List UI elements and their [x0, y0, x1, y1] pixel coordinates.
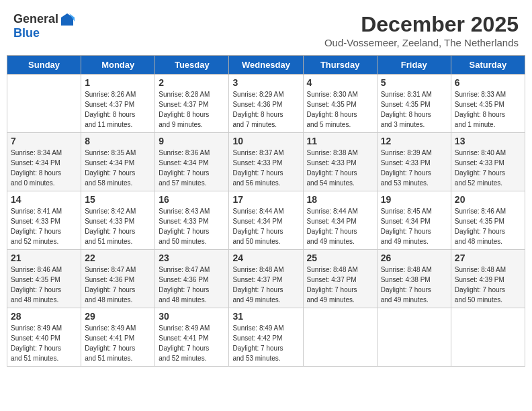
calendar-weekday-thursday: Thursday [303, 56, 377, 75]
page-header: General Blue December 2025 Oud-Vossemeer… [7, 7, 525, 51]
calendar-cell: 29Sunrise: 8:49 AMSunset: 4:41 PMDayligh… [81, 308, 155, 367]
calendar-cell: 2Sunrise: 8:28 AMSunset: 4:37 PMDaylight… [155, 75, 229, 133]
day-info: Sunrise: 8:47 AMSunset: 4:36 PMDaylight:… [85, 265, 151, 305]
day-number: 2 [159, 77, 225, 88]
day-number: 12 [381, 136, 447, 146]
day-number: 31 [232, 311, 299, 322]
calendar-week-row: 7Sunrise: 8:34 AMSunset: 4:34 PMDaylight… [7, 133, 525, 191]
day-info: Sunrise: 8:49 AMSunset: 4:42 PMDaylight:… [232, 323, 299, 363]
calendar-weekday-sunday: Sunday [7, 56, 81, 75]
day-number: 21 [11, 253, 77, 263]
day-info: Sunrise: 8:33 AMSunset: 4:35 PMDaylight:… [455, 89, 521, 130]
calendar-cell: 28Sunrise: 8:49 AMSunset: 4:40 PMDayligh… [7, 308, 81, 367]
calendar-weekday-tuesday: Tuesday [155, 56, 229, 75]
day-number: 14 [11, 194, 77, 205]
calendar-header-row: SundayMondayTuesdayWednesdayThursdayFrid… [7, 56, 525, 75]
title-block: December 2025 Oud-Vossemeer, Zeeland, Th… [324, 12, 519, 48]
day-number: 7 [11, 136, 77, 146]
day-number: 15 [85, 194, 151, 205]
day-info: Sunrise: 8:37 AMSunset: 4:33 PMDaylight:… [232, 148, 299, 188]
day-info: Sunrise: 8:49 AMSunset: 4:40 PMDaylight:… [11, 323, 77, 363]
day-number: 30 [159, 311, 225, 322]
calendar-week-row: 21Sunrise: 8:46 AMSunset: 4:35 PMDayligh… [7, 250, 525, 308]
calendar-cell: 7Sunrise: 8:34 AMSunset: 4:34 PMDaylight… [7, 133, 81, 191]
day-number: 24 [232, 253, 299, 263]
day-info: Sunrise: 8:43 AMSunset: 4:33 PMDaylight:… [159, 206, 225, 246]
logo-blue: Blue [13, 26, 40, 40]
calendar-cell: 25Sunrise: 8:48 AMSunset: 4:37 PMDayligh… [303, 250, 377, 308]
day-info: Sunrise: 8:44 AMSunset: 4:34 PMDaylight:… [232, 206, 299, 246]
day-number: 1 [85, 77, 151, 88]
day-number: 5 [381, 77, 447, 88]
calendar-cell: 6Sunrise: 8:33 AMSunset: 4:35 PMDaylight… [451, 75, 525, 133]
day-info: Sunrise: 8:47 AMSunset: 4:36 PMDaylight:… [159, 265, 225, 305]
day-number: 22 [85, 253, 151, 263]
day-number: 17 [232, 194, 299, 205]
calendar-weekday-wednesday: Wednesday [229, 56, 303, 75]
calendar-cell: 20Sunrise: 8:46 AMSunset: 4:35 PMDayligh… [451, 191, 525, 250]
day-info: Sunrise: 8:35 AMSunset: 4:34 PMDaylight:… [85, 148, 151, 188]
day-info: Sunrise: 8:34 AMSunset: 4:34 PMDaylight:… [11, 148, 77, 188]
day-info: Sunrise: 8:49 AMSunset: 4:41 PMDaylight:… [159, 323, 225, 363]
day-info: Sunrise: 8:48 AMSunset: 4:37 PMDaylight:… [232, 265, 299, 305]
day-number: 23 [159, 253, 225, 263]
day-number: 16 [159, 194, 225, 205]
day-number: 28 [11, 311, 77, 322]
calendar-cell: 13Sunrise: 8:40 AMSunset: 4:33 PMDayligh… [451, 133, 525, 191]
calendar-cell [451, 308, 525, 367]
calendar-week-row: 14Sunrise: 8:41 AMSunset: 4:33 PMDayligh… [7, 191, 525, 250]
calendar-cell [7, 75, 81, 133]
day-info: Sunrise: 8:36 AMSunset: 4:34 PMDaylight:… [159, 148, 225, 188]
day-info: Sunrise: 8:39 AMSunset: 4:33 PMDaylight:… [381, 148, 447, 188]
calendar-cell: 26Sunrise: 8:48 AMSunset: 4:38 PMDayligh… [377, 250, 451, 308]
calendar-cell: 11Sunrise: 8:38 AMSunset: 4:33 PMDayligh… [303, 133, 377, 191]
calendar-cell: 10Sunrise: 8:37 AMSunset: 4:33 PMDayligh… [229, 133, 303, 191]
calendar-table: SundayMondayTuesdayWednesdayThursdayFrid… [7, 55, 525, 367]
day-number: 4 [307, 77, 373, 88]
calendar-cell: 3Sunrise: 8:29 AMSunset: 4:36 PMDaylight… [229, 75, 303, 133]
calendar-cell: 18Sunrise: 8:44 AMSunset: 4:34 PMDayligh… [303, 191, 377, 250]
calendar-week-row: 28Sunrise: 8:49 AMSunset: 4:40 PMDayligh… [7, 308, 525, 367]
day-number: 25 [307, 253, 373, 263]
calendar-cell: 1Sunrise: 8:26 AMSunset: 4:37 PMDaylight… [81, 75, 155, 133]
day-info: Sunrise: 8:48 AMSunset: 4:37 PMDaylight:… [307, 265, 373, 305]
page-title: December 2025 [324, 12, 519, 37]
day-info: Sunrise: 8:46 AMSunset: 4:35 PMDaylight:… [11, 265, 77, 305]
calendar-cell: 30Sunrise: 8:49 AMSunset: 4:41 PMDayligh… [155, 308, 229, 367]
calendar-weekday-saturday: Saturday [451, 56, 525, 75]
logo-icon [60, 12, 75, 27]
calendar-cell: 31Sunrise: 8:49 AMSunset: 4:42 PMDayligh… [229, 308, 303, 367]
day-info: Sunrise: 8:26 AMSunset: 4:37 PMDaylight:… [85, 89, 151, 130]
day-number: 18 [307, 194, 373, 205]
calendar-cell: 4Sunrise: 8:30 AMSunset: 4:35 PMDaylight… [303, 75, 377, 133]
day-info: Sunrise: 8:29 AMSunset: 4:36 PMDaylight:… [232, 89, 299, 130]
logo-general: General [13, 13, 58, 26]
day-number: 26 [381, 253, 447, 263]
day-info: Sunrise: 8:48 AMSunset: 4:38 PMDaylight:… [381, 265, 447, 305]
day-info: Sunrise: 8:40 AMSunset: 4:33 PMDaylight:… [455, 148, 521, 188]
calendar-cell: 8Sunrise: 8:35 AMSunset: 4:34 PMDaylight… [81, 133, 155, 191]
day-info: Sunrise: 8:28 AMSunset: 4:37 PMDaylight:… [159, 89, 225, 130]
calendar-cell: 12Sunrise: 8:39 AMSunset: 4:33 PMDayligh… [377, 133, 451, 191]
calendar-cell: 21Sunrise: 8:46 AMSunset: 4:35 PMDayligh… [7, 250, 81, 308]
day-info: Sunrise: 8:45 AMSunset: 4:34 PMDaylight:… [381, 206, 447, 246]
day-number: 20 [455, 194, 521, 205]
day-info: Sunrise: 8:46 AMSunset: 4:35 PMDaylight:… [455, 206, 521, 246]
day-info: Sunrise: 8:38 AMSunset: 4:33 PMDaylight:… [307, 148, 373, 188]
day-number: 27 [455, 253, 521, 263]
day-number: 6 [455, 77, 521, 88]
calendar-cell: 17Sunrise: 8:44 AMSunset: 4:34 PMDayligh… [229, 191, 303, 250]
day-number: 3 [232, 77, 299, 88]
day-info: Sunrise: 8:44 AMSunset: 4:34 PMDaylight:… [307, 206, 373, 246]
day-info: Sunrise: 8:42 AMSunset: 4:33 PMDaylight:… [85, 206, 151, 246]
calendar-cell: 22Sunrise: 8:47 AMSunset: 4:36 PMDayligh… [81, 250, 155, 308]
calendar-cell: 24Sunrise: 8:48 AMSunset: 4:37 PMDayligh… [229, 250, 303, 308]
calendar-cell: 15Sunrise: 8:42 AMSunset: 4:33 PMDayligh… [81, 191, 155, 250]
day-number: 29 [85, 311, 151, 322]
day-number: 13 [455, 136, 521, 146]
day-number: 8 [85, 136, 151, 146]
day-number: 19 [381, 194, 447, 205]
day-number: 10 [232, 136, 299, 146]
calendar-cell: 23Sunrise: 8:47 AMSunset: 4:36 PMDayligh… [155, 250, 229, 308]
calendar-cell [303, 308, 377, 367]
